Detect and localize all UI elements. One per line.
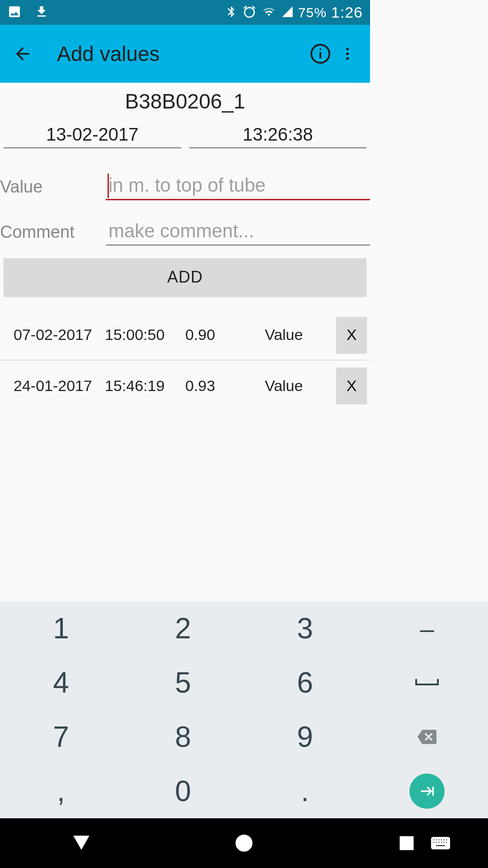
overflow-menu-button[interactable]: [334, 44, 361, 64]
app-bar: Add values: [0, 25, 370, 83]
key-5[interactable]: 5: [122, 656, 244, 658]
alarm-icon: [242, 5, 257, 21]
history-label: Value: [265, 377, 336, 395]
history-value: 0.90: [185, 326, 265, 344]
signal-icon: [281, 5, 294, 20]
list-item[interactable]: 24-01-2017 15:46:19 0.93 Value X: [0, 360, 370, 411]
history-label: Value: [265, 326, 336, 344]
svg-point-2: [319, 48, 321, 50]
svg-point-4: [346, 52, 349, 55]
main-content: B38B0206_1 13-02-2017 13:26:38 Value Com…: [0, 83, 370, 411]
add-button[interactable]: ADD: [4, 258, 366, 296]
history-date: 24-01-2017: [14, 377, 105, 395]
status-bar: 75% 1:26: [0, 0, 370, 25]
time-field[interactable]: 13:26:38: [189, 124, 367, 148]
key-6[interactable]: 6: [244, 656, 366, 658]
record-id: B38B0206_1: [0, 83, 370, 124]
history-value: 0.93: [185, 377, 265, 395]
list-item[interactable]: 07-02-2017 15:00:50 0.90 Value X: [0, 310, 370, 360]
key-4[interactable]: 4: [0, 656, 122, 658]
bluetooth-icon: [225, 5, 238, 21]
wifi-icon: [261, 5, 277, 20]
history-date: 07-02-2017: [14, 326, 105, 344]
history-time: 15:00:50: [105, 326, 185, 344]
key-2[interactable]: 2: [122, 601, 244, 656]
key-3[interactable]: 3: [244, 601, 366, 656]
battery-percent: 75%: [298, 5, 327, 20]
key-1[interactable]: 1: [0, 601, 122, 656]
comment-input[interactable]: [106, 218, 370, 245]
value-label: Value: [0, 177, 106, 200]
value-input[interactable]: [106, 173, 370, 200]
download-icon: [34, 5, 49, 21]
picture-icon: [7, 5, 22, 21]
back-button[interactable]: [9, 44, 36, 64]
status-time: 1:26: [331, 4, 363, 21]
key-minus[interactable]: –: [366, 601, 370, 656]
key-space[interactable]: [366, 656, 370, 658]
delete-button[interactable]: X: [336, 368, 367, 404]
page-title: Add values: [57, 42, 307, 66]
text-cursor: [108, 174, 109, 198]
numeric-keyboard: 1 2 3 – 4 5 6 7 8 9 , 0 .: [0, 601, 370, 658]
date-field[interactable]: 13-02-2017: [4, 124, 181, 148]
svg-point-3: [346, 48, 349, 51]
info-button[interactable]: [307, 43, 334, 65]
svg-point-5: [346, 57, 349, 60]
history-time: 15:46:19: [105, 377, 185, 395]
delete-button[interactable]: X: [336, 317, 367, 353]
history-list: 07-02-2017 15:00:50 0.90 Value X 24-01-2…: [0, 310, 370, 411]
comment-label: Comment: [0, 222, 106, 245]
